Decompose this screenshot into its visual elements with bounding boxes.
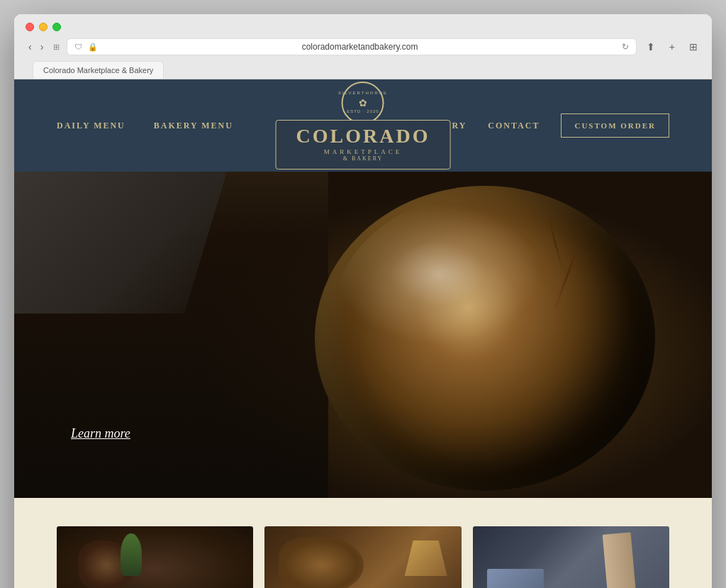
nav-left: DAILY MENU BAKERY MENU xyxy=(57,121,233,131)
forward-button[interactable]: › xyxy=(38,40,47,54)
site-logo[interactable]: SILVERTHORNE ✿ ESTD · 2020 COLORADO MARK… xyxy=(276,82,451,170)
tabs-row: Colorado Marketplace & Bakery xyxy=(26,61,700,79)
logo-badge: SILVERTHORNE ✿ ESTD · 2020 xyxy=(342,82,384,124)
logo-and-bakery-text: & BAKERY xyxy=(296,155,430,162)
custom-order-button[interactable]: CUSTOM ORDER xyxy=(561,113,669,138)
traffic-lights xyxy=(26,23,700,31)
hero-background xyxy=(14,172,712,498)
lock-icon: 🔒 xyxy=(88,43,98,52)
bottom-image-bread xyxy=(264,526,461,588)
shield-icon: 🛡 xyxy=(74,43,82,51)
refresh-button[interactable]: ↻ xyxy=(622,42,629,52)
url-text: coloradomarketandbakery.com xyxy=(104,42,615,52)
logo-text-wrapper: COLORADO MARKETPLACE & BAKERY xyxy=(276,120,451,170)
sidebar-toggle[interactable]: ⊞ xyxy=(53,43,60,52)
learn-more-link[interactable]: Learn more xyxy=(71,426,130,441)
new-tab-button[interactable]: + xyxy=(666,40,678,54)
nav-bakery-menu[interactable]: BAKERY MENU xyxy=(154,121,233,131)
bottom-image-vegetables xyxy=(57,526,253,588)
bread-flour-overlay xyxy=(329,193,641,462)
window-controls: ⊞ xyxy=(53,43,60,52)
nav-right: STORY CONTACT CUSTOM ORDER xyxy=(431,113,669,138)
logo-main-text: COLORADO xyxy=(296,126,430,146)
nav-contact[interactable]: CONTACT xyxy=(488,121,540,131)
minimize-button[interactable] xyxy=(39,23,48,31)
browser-chrome: ‹ › ⊞ 🛡 🔒 coloradomarketandbakery.com ↻ … xyxy=(14,14,712,79)
fullscreen-button[interactable] xyxy=(52,23,61,31)
bottom-image-cutting xyxy=(473,526,669,588)
website-content: DAILY MENU BAKERY MENU SILVERTHORNE ✿ ES… xyxy=(14,79,712,588)
browser-actions: ⬆ + ⊞ xyxy=(644,40,700,54)
browser-window: ‹ › ⊞ 🛡 🔒 coloradomarketandbakery.com ↻ … xyxy=(14,14,712,588)
bottom-section xyxy=(14,498,712,588)
grid-button[interactable]: ⊞ xyxy=(686,40,700,54)
nav-header: DAILY MENU BAKERY MENU SILVERTHORNE ✿ ES… xyxy=(14,79,712,172)
back-button[interactable]: ‹ xyxy=(26,40,35,54)
logo-marketplace-text: MARKETPLACE xyxy=(296,148,430,155)
logo-badge-text: SILVERTHORNE ✿ ESTD · 2020 xyxy=(338,91,388,115)
nav-buttons: ‹ › xyxy=(26,40,46,54)
share-button[interactable]: ⬆ xyxy=(644,40,658,54)
toolbar-row: ‹ › ⊞ 🛡 🔒 coloradomarketandbakery.com ↻ … xyxy=(26,38,700,55)
nav-daily-menu[interactable]: DAILY MENU xyxy=(57,121,125,131)
bottom-images-grid xyxy=(57,526,669,588)
address-bar[interactable]: 🛡 🔒 coloradomarketandbakery.com ↻ xyxy=(67,38,636,55)
hero-section: Learn more xyxy=(14,172,712,498)
close-button[interactable] xyxy=(26,23,34,31)
active-tab[interactable]: Colorado Marketplace & Bakery xyxy=(33,61,164,79)
